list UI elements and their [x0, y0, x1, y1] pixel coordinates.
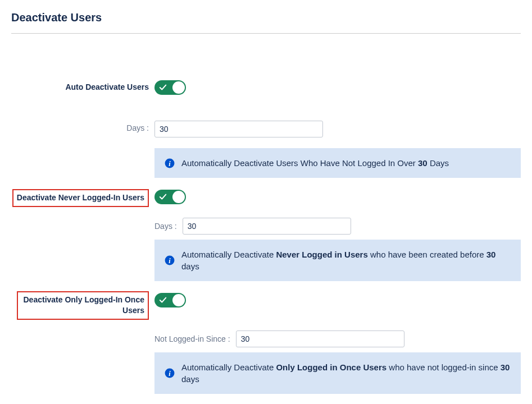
auto-deactivate-toggle[interactable] [154, 80, 186, 95]
once-logged-in-toggle[interactable] [154, 293, 186, 307]
info-icon: i [165, 158, 175, 168]
not-logged-since-label: Not Logged-in Since : [154, 334, 236, 343]
info-auto-deactivate: i Automatically Deactivate Users Who Hav… [154, 148, 521, 178]
svg-text:i: i [169, 369, 171, 377]
info-auto-days: 30 [418, 158, 428, 168]
days-input-1[interactable] [154, 121, 323, 137]
info-once-mid: who have not logged-in since [387, 362, 501, 372]
check-icon [159, 296, 167, 304]
info-auto-prefix: Automatically Deactivate Users Who Have … [181, 158, 418, 168]
info-once-days: 30 [501, 362, 510, 372]
info-once-bold: Only Logged in Once Users [276, 362, 387, 372]
once-logged-in-label: Deactivate Only Logged-In Once Users [21, 295, 144, 316]
days-label-2: Days : [154, 222, 183, 231]
info-auto-suffix: Days [428, 158, 449, 168]
info-once-suffix: days [181, 374, 199, 384]
info-icon: i [165, 368, 175, 378]
info-once-prefix: Automatically Deactivate [181, 362, 276, 372]
days-input-2[interactable] [183, 218, 351, 235]
info-never-bold: Never Logged in Users [276, 250, 367, 259]
info-never-days: 30 [486, 250, 496, 259]
svg-text:i: i [169, 159, 171, 167]
info-never-logged-in: i Automatically Deactivate Never Logged … [154, 240, 521, 281]
never-logged-in-toggle[interactable] [154, 190, 186, 204]
page-title: Deactivate Users [11, 11, 521, 29]
info-once-logged-in: i Automatically Deactivate Only Logged i… [154, 352, 521, 394]
info-never-prefix: Automatically Deactivate [181, 250, 276, 259]
svg-text:i: i [169, 256, 171, 264]
days-label-1: Days : [11, 120, 154, 132]
never-logged-in-label: Deactivate Never Logged-In Users [17, 192, 144, 204]
title-divider [11, 33, 521, 34]
info-icon: i [165, 255, 175, 265]
check-icon [159, 84, 167, 91]
not-logged-since-input[interactable] [236, 330, 404, 347]
check-icon [159, 193, 167, 201]
info-never-suffix: days [181, 261, 199, 271]
info-never-mid: who have been created before [368, 250, 486, 259]
auto-deactivate-label: Auto Deactivate Users [65, 82, 149, 93]
